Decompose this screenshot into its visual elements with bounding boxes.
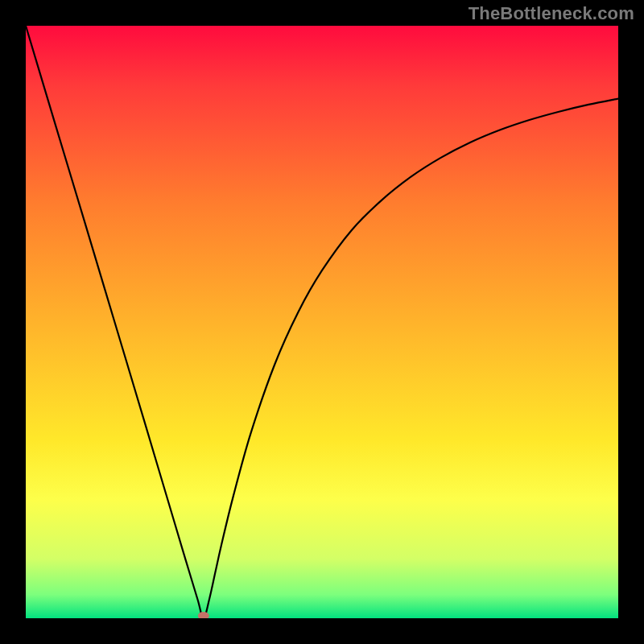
chart-svg [26, 26, 618, 618]
watermark-text: TheBottleneck.com [469, 3, 634, 24]
chart-frame: TheBottleneck.com [0, 0, 644, 644]
plot-area [26, 26, 618, 618]
